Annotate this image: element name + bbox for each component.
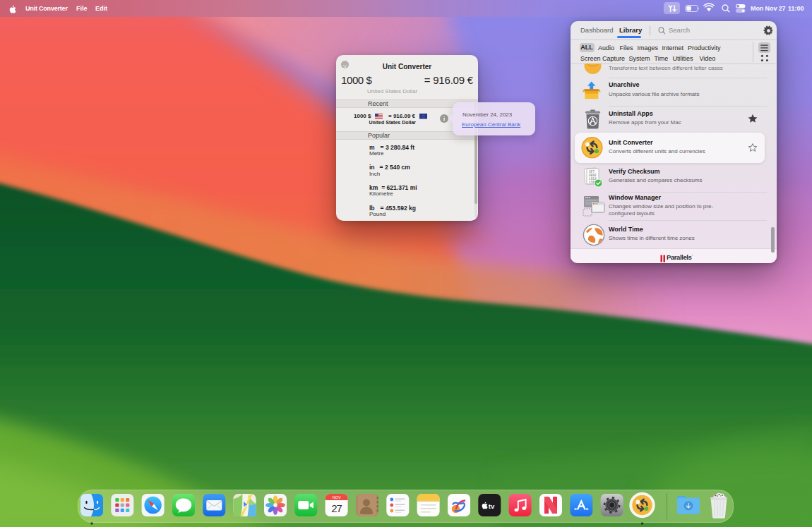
svg-text:NOV: NOV: [333, 495, 341, 499]
svg-text:27: 27: [331, 502, 342, 514]
svg-text:tv: tv: [489, 502, 495, 510]
